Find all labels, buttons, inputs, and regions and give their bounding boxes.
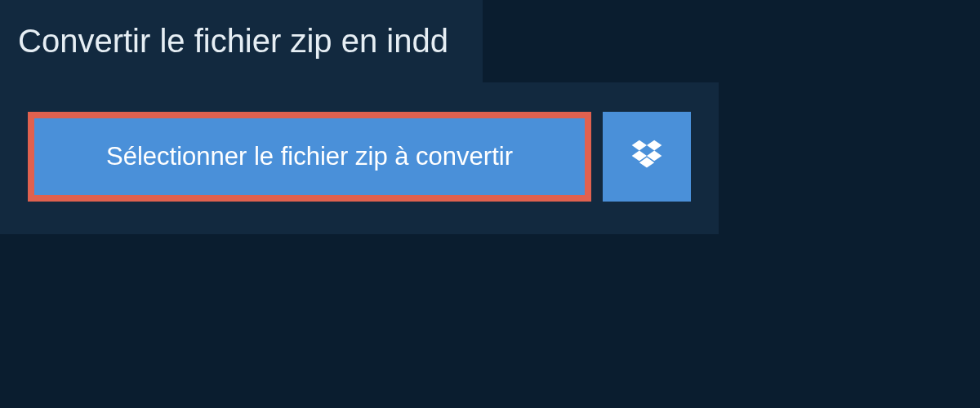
button-row: Sélectionner le fichier zip à convertir <box>28 112 691 202</box>
dropbox-button[interactable] <box>603 112 691 202</box>
title-row: Convertir le fichier zip en indd <box>0 0 980 82</box>
select-file-button[interactable]: Sélectionner le fichier zip à convertir <box>28 112 591 202</box>
panel-body: Sélectionner le fichier zip à convertir <box>0 82 719 234</box>
page-title: Convertir le fichier zip en indd <box>0 0 483 82</box>
dropbox-icon <box>629 137 665 176</box>
select-file-label: Sélectionner le fichier zip à convertir <box>106 142 513 171</box>
converter-widget: Convertir le fichier zip en indd Sélecti… <box>0 0 980 234</box>
